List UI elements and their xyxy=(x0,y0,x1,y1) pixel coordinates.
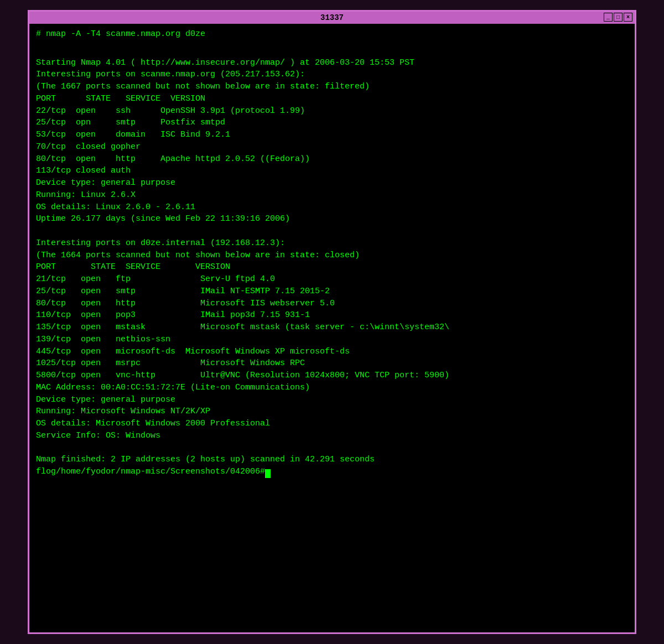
output-line-20: 80/tcp open http Microsoft IIS webserver… xyxy=(36,298,628,310)
output-line-26: 5800/tcp open vnc-http Ultr@VNC (Resolut… xyxy=(36,370,628,382)
output-line-22: 135/tcp open mstask Microsoft mstask (ta… xyxy=(36,321,628,334)
output-line-14: Uptime 26.177 days (since Wed Feb 22 11:… xyxy=(36,213,628,225)
output-line-30: OS details: Microsoft Windows 2000 Profe… xyxy=(36,418,628,430)
output-line-15: Interesting ports on d0ze.internal (192.… xyxy=(36,237,628,250)
output-line-10: 113/tcp closed auth xyxy=(36,165,628,177)
output-line-13: OS details: Linux 2.6.0 - 2.6.11 xyxy=(36,201,628,214)
output-line-11: Device type: general purpose xyxy=(36,177,628,189)
output-line-1: Starting Nmap 4.01 ( http://www.insecure… xyxy=(36,57,628,69)
blank-line-2 xyxy=(36,225,628,237)
minimize-button[interactable]: _ xyxy=(604,13,613,22)
output-line-3: (The 1667 ports scanned but not shown be… xyxy=(36,81,628,93)
output-line-18: 21/tcp open ftp Serv-U ftpd 4.0 xyxy=(36,273,628,285)
blank-line-3 xyxy=(36,442,628,454)
output-line-4: PORT STATE SERVICE VERSION xyxy=(36,93,628,105)
output-line-17: PORT STATE SERVICE VERSION xyxy=(36,261,628,273)
close-button[interactable]: × xyxy=(624,13,632,22)
terminal-body: # nmap -A -T4 scanme.nmap.org d0ze Start… xyxy=(29,24,635,632)
terminal-cursor xyxy=(265,469,271,478)
output-line-21: 110/tcp open pop3 IMail pop3d 7.15 931-1 xyxy=(36,309,628,321)
output-line-7: 53/tcp open domain ISC Bind 9.2.1 xyxy=(36,129,628,141)
output-line-5: 22/tcp open ssh OpenSSH 3.9p1 (protocol … xyxy=(36,105,628,117)
output-line-16: (The 1664 ports scanned but not shown be… xyxy=(36,250,628,262)
terminal-window: 31337 _ □ × # nmap -A -T4 scanme.nmap.or… xyxy=(28,10,636,634)
output-line-9: 80/tcp open http Apache httpd 2.0.52 ((F… xyxy=(36,153,628,165)
window-controls[interactable]: _ □ × xyxy=(604,13,632,22)
output-line-28: Device type: general purpose xyxy=(36,394,628,406)
output-line-23: 139/tcp open netbios-ssn xyxy=(36,334,628,346)
maximize-button[interactable]: □ xyxy=(614,13,622,22)
command-line: # nmap -A -T4 scanme.nmap.org d0ze xyxy=(36,28,628,40)
blank-line-1 xyxy=(36,45,628,57)
output-line-19: 25/tcp open smtp IMail NT-ESMTP 7.15 201… xyxy=(36,285,628,298)
output-line-24: 445/tcp open microsoft-ds Microsoft Wind… xyxy=(36,346,628,358)
output-line-32: Nmap finished: 2 IP addresses (2 hosts u… xyxy=(36,454,628,466)
output-line-27: MAC Address: 00:A0:CC:51:72:7E (Lite-on … xyxy=(36,382,628,394)
titlebar: 31337 _ □ × xyxy=(29,12,635,24)
output-line-12: Running: Linux 2.6.X xyxy=(36,189,628,201)
output-line-2: Interesting ports on scanme.nmap.org (20… xyxy=(36,69,628,81)
output-line-29: Running: Microsoft Windows NT/2K/XP xyxy=(36,406,628,418)
output-line-33: flog/home/fyodor/nmap-misc/Screenshots/0… xyxy=(36,466,628,478)
output-line-6: 25/tcp opn smtp Postfix smtpd xyxy=(36,117,628,129)
window-title: 31337 xyxy=(320,13,344,22)
output-line-8: 70/tcp closed gopher xyxy=(36,141,628,153)
output-line-31: Service Info: OS: Windows xyxy=(36,430,628,442)
output-line-25: 1025/tcp open msrpc Microsoft Windows RP… xyxy=(36,357,628,370)
